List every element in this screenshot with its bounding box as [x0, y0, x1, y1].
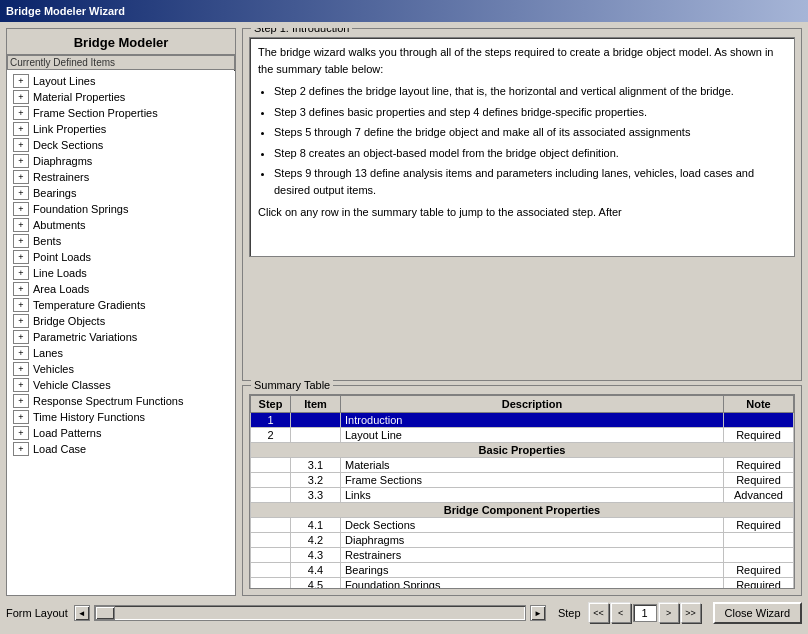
tree-item-time-history-functions[interactable]: +Time History Functions [9, 409, 233, 425]
tree-label-diaphragms: Diaphragms [33, 155, 92, 167]
expand-icon-deck-sections[interactable]: + [13, 138, 29, 152]
expand-icon-line-loads[interactable]: + [13, 266, 29, 280]
summary-row-11[interactable]: 4.5Foundation SpringsRequired [251, 578, 794, 590]
form-layout-scroll-left[interactable]: ◄ [74, 605, 90, 621]
tree-item-area-loads[interactable]: +Area Loads [9, 281, 233, 297]
cell-8-note [724, 533, 794, 548]
tree-item-lanes[interactable]: +Lanes [9, 345, 233, 361]
cell-7-note: Required [724, 518, 794, 533]
expand-icon-foundation-springs[interactable]: + [13, 202, 29, 216]
expand-icon-diaphragms[interactable]: + [13, 154, 29, 168]
step-first-button[interactable]: << [589, 603, 609, 623]
expand-icon-lanes[interactable]: + [13, 346, 29, 360]
tree-item-point-loads[interactable]: +Point Loads [9, 249, 233, 265]
cell-4-item: 3.2 [291, 473, 341, 488]
summary-group: Summary Table StepItemDescriptionNote 1I… [242, 385, 802, 596]
expand-icon-load-patterns[interactable]: + [13, 426, 29, 440]
tree-item-material-properties[interactable]: +Material Properties [9, 89, 233, 105]
tree-item-line-loads[interactable]: +Line Loads [9, 265, 233, 281]
step-prev-button[interactable]: < [611, 603, 631, 623]
tree-item-response-spectrum-functions[interactable]: +Response Spectrum Functions [9, 393, 233, 409]
summary-row-5[interactable]: 3.3LinksAdvanced [251, 488, 794, 503]
expand-icon-bearings[interactable]: + [13, 186, 29, 200]
cell-10-step [251, 563, 291, 578]
summary-row-1[interactable]: 2Layout LineRequired [251, 428, 794, 443]
intro-paragraph1: The bridge wizard walks you through all … [258, 44, 786, 77]
summary-row-9[interactable]: 4.3Restrainers [251, 548, 794, 563]
summary-row-8[interactable]: 4.2Diaphragms [251, 533, 794, 548]
expand-icon-vehicles[interactable]: + [13, 362, 29, 376]
expand-icon-area-loads[interactable]: + [13, 282, 29, 296]
step-last-button[interactable]: >> [681, 603, 701, 623]
tree-item-deck-sections[interactable]: +Deck Sections [9, 137, 233, 153]
summary-row-7[interactable]: 4.1Deck SectionsRequired [251, 518, 794, 533]
expand-icon-time-history-functions[interactable]: + [13, 410, 29, 424]
expand-icon-restrainers[interactable]: + [13, 170, 29, 184]
expand-icon-link-properties[interactable]: + [13, 122, 29, 136]
tree-item-load-case[interactable]: +Load Case [9, 441, 233, 457]
summary-row-6[interactable]: Bridge Component Properties [251, 503, 794, 518]
tree-item-bearings[interactable]: +Bearings [9, 185, 233, 201]
cell-4-description: Frame Sections [341, 473, 724, 488]
expand-icon-response-spectrum-functions[interactable]: + [13, 394, 29, 408]
tree-label-temperature-gradients: Temperature Gradients [33, 299, 146, 311]
cell-7-item: 4.1 [291, 518, 341, 533]
cell-10-note: Required [724, 563, 794, 578]
form-layout-track[interactable] [94, 605, 526, 621]
tree-item-link-properties[interactable]: +Link Properties [9, 121, 233, 137]
step-next-button[interactable]: > [659, 603, 679, 623]
cell-10-description: Bearings [341, 563, 724, 578]
cell-0-item [291, 413, 341, 428]
step1-group-title: Step 1: Introduction [251, 28, 352, 34]
step-input[interactable] [633, 604, 657, 622]
summary-row-10[interactable]: 4.4BearingsRequired [251, 563, 794, 578]
tree-item-vehicles[interactable]: +Vehicles [9, 361, 233, 377]
summary-row-3[interactable]: 3.1MaterialsRequired [251, 458, 794, 473]
tree-item-frame-section-properties[interactable]: +Frame Section Properties [9, 105, 233, 121]
expand-icon-frame-section-properties[interactable]: + [13, 106, 29, 120]
expand-icon-layout-lines[interactable]: + [13, 74, 29, 88]
expand-icon-parametric-variations[interactable]: + [13, 330, 29, 344]
title-bar-label: Bridge Modeler Wizard [6, 5, 125, 17]
form-layout-scroll-right[interactable]: ► [530, 605, 546, 621]
cell-3-item: 3.1 [291, 458, 341, 473]
tree-item-load-patterns[interactable]: +Load Patterns [9, 425, 233, 441]
form-layout-label: Form Layout [6, 607, 68, 619]
tree-item-vehicle-classes[interactable]: +Vehicle Classes [9, 377, 233, 393]
tree-item-temperature-gradients[interactable]: +Temperature Gradients [9, 297, 233, 313]
tree-item-layout-lines[interactable]: +Layout Lines [9, 73, 233, 89]
summary-table-wrapper[interactable]: StepItemDescriptionNote 1Introduction2La… [249, 394, 795, 589]
tree-item-restrainers[interactable]: +Restrainers [9, 169, 233, 185]
tree-item-foundation-springs[interactable]: +Foundation Springs [9, 201, 233, 217]
expand-icon-bridge-objects[interactable]: + [13, 314, 29, 328]
tree-item-diaphragms[interactable]: +Diaphragms [9, 153, 233, 169]
summary-row-2[interactable]: Basic Properties [251, 443, 794, 458]
tree-item-parametric-variations[interactable]: +Parametric Variations [9, 329, 233, 345]
tree-label-deck-sections: Deck Sections [33, 139, 103, 151]
tree-item-bents[interactable]: +Bents [9, 233, 233, 249]
expand-icon-temperature-gradients[interactable]: + [13, 298, 29, 312]
tree-label-link-properties: Link Properties [33, 123, 106, 135]
cell-4-note: Required [724, 473, 794, 488]
summary-row-4[interactable]: 3.2Frame SectionsRequired [251, 473, 794, 488]
close-wizard-button[interactable]: Close Wizard [713, 602, 802, 624]
tree-label-restrainers: Restrainers [33, 171, 89, 183]
cell-5-note: Advanced [724, 488, 794, 503]
intro-bullets: Step 2 defines the bridge layout line, t… [274, 83, 786, 198]
expand-icon-load-case[interactable]: + [13, 442, 29, 456]
expand-icon-material-properties[interactable]: + [13, 90, 29, 104]
step-nav-label: Step [558, 607, 581, 619]
intro-paragraph2: Click on any row in the summary table to… [258, 204, 786, 221]
expand-icon-bents[interactable]: + [13, 234, 29, 248]
tree-label-point-loads: Point Loads [33, 251, 91, 263]
summary-col-header-1: Item [291, 396, 341, 413]
title-bar: Bridge Modeler Wizard [0, 0, 808, 22]
expand-icon-vehicle-classes[interactable]: + [13, 378, 29, 392]
summary-tbody: 1Introduction2Layout LineRequiredBasic P… [251, 413, 794, 590]
cell-3-step [251, 458, 291, 473]
tree-item-bridge-objects[interactable]: +Bridge Objects [9, 313, 233, 329]
tree-item-abutments[interactable]: +Abutments [9, 217, 233, 233]
expand-icon-point-loads[interactable]: + [13, 250, 29, 264]
summary-row-0[interactable]: 1Introduction [251, 413, 794, 428]
expand-icon-abutments[interactable]: + [13, 218, 29, 232]
